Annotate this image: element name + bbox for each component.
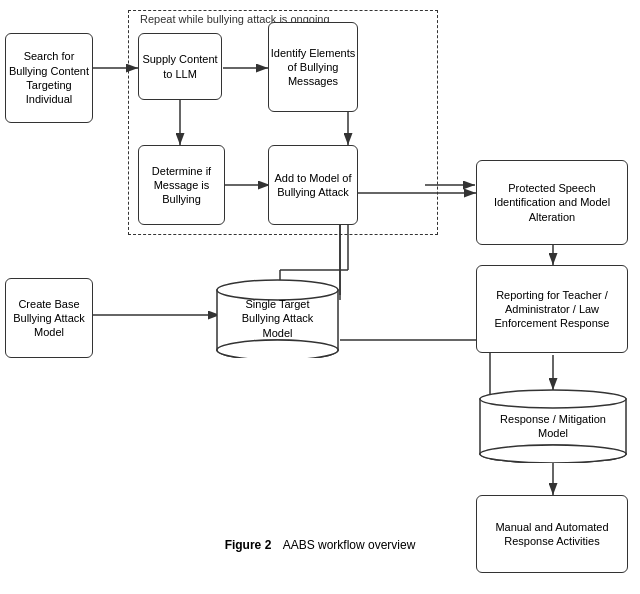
- identify-label: Identify Elements of Bullying Messages: [269, 46, 357, 89]
- determine-label: Determine if Message is Bullying: [139, 164, 224, 207]
- add-to-model-box: Add to Model of Bullying Attack: [268, 145, 358, 225]
- figure-caption-text: AABS workflow overview: [283, 538, 416, 552]
- supply-box: Supply Content to LLM: [138, 33, 222, 100]
- add-to-model-label: Add to Model of Bullying Attack: [269, 171, 357, 200]
- determine-box: Determine if Message is Bullying: [138, 145, 225, 225]
- search-label: Search for Bullying Content Targeting In…: [6, 49, 92, 106]
- create-base-box: Create Base Bullying Attack Model: [5, 278, 93, 358]
- response-mitigation-label: Response / Mitigation Model: [493, 411, 613, 440]
- create-base-label: Create Base Bullying Attack Model: [6, 297, 92, 340]
- figure-caption: Figure 2 AABS workflow overview: [0, 538, 640, 552]
- svg-point-30: [480, 445, 626, 463]
- diagram-container: Repeat while bullying attack is ongoing …: [0, 0, 640, 560]
- identify-box: Identify Elements of Bullying Messages: [268, 22, 358, 112]
- figure-number: Figure 2: [225, 538, 272, 552]
- reporting-label: Reporting for Teacher / Administrator / …: [477, 288, 627, 331]
- supply-label: Supply Content to LLM: [139, 52, 221, 81]
- manual-automated-box: Manual and Automated Response Activities: [476, 495, 628, 573]
- single-target-label: Single Target Bullying Attack Model: [228, 297, 328, 340]
- svg-point-25: [217, 340, 338, 358]
- svg-point-27: [480, 390, 626, 408]
- response-mitigation-cylinder: Response / Mitigation Model: [478, 388, 628, 463]
- reporting-box: Reporting for Teacher / Administrator / …: [476, 265, 628, 353]
- protected-speech-label: Protected Speech Identification and Mode…: [477, 181, 627, 224]
- search-box: Search for Bullying Content Targeting In…: [5, 33, 93, 123]
- single-target-cylinder: Single Target Bullying Attack Model: [215, 278, 340, 358]
- protected-speech-box: Protected Speech Identification and Mode…: [476, 160, 628, 245]
